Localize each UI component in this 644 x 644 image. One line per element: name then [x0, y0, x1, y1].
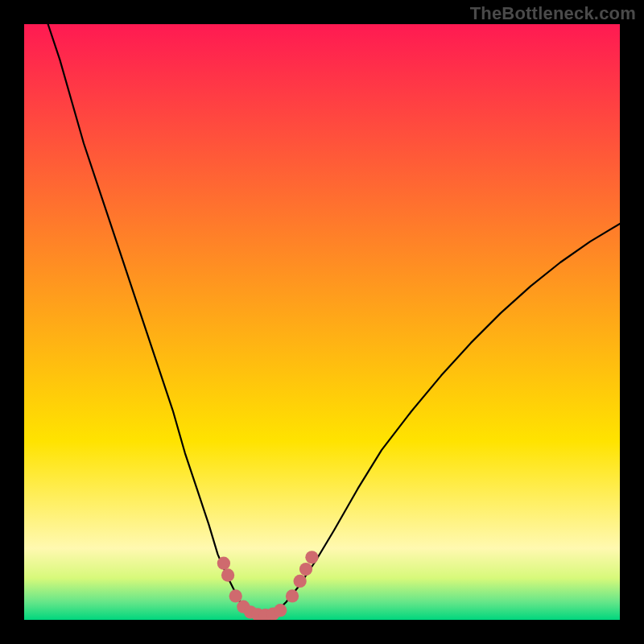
highlight-dot [274, 604, 287, 617]
chart-svg [24, 24, 620, 620]
highlight-dot [286, 589, 299, 602]
chart-frame [24, 24, 620, 620]
gradient-bg [24, 24, 620, 620]
highlight-dot [217, 557, 230, 570]
highlight-dot [293, 575, 306, 588]
watermark-text: TheBottleneck.com [470, 3, 636, 24]
highlight-dot [299, 563, 312, 576]
highlight-dot [305, 551, 318, 564]
highlight-dot [221, 568, 234, 581]
highlight-dot [229, 589, 242, 602]
